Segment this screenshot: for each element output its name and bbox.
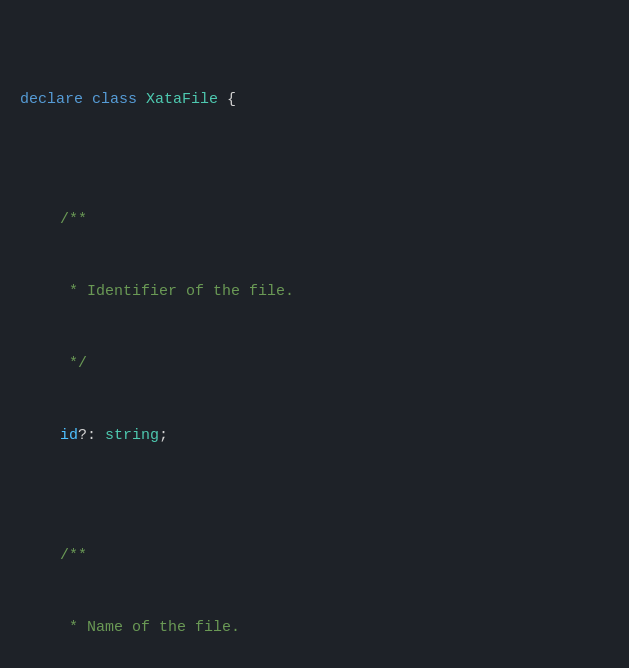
semicolon-id: ; xyxy=(159,427,168,444)
comment-name-text: * Name of the file. xyxy=(20,616,609,640)
type-id: string xyxy=(105,427,159,444)
property-id: id xyxy=(60,427,78,444)
class-keyword: class xyxy=(92,91,137,108)
declare-keyword: declare xyxy=(20,91,83,108)
comment-id-text: * Identifier of the file. xyxy=(20,280,609,304)
field-id: id?: string; xyxy=(20,424,609,448)
open-brace: { xyxy=(227,91,236,108)
class-declaration: declare class XataFile { xyxy=(20,88,609,112)
comment-id-open: /** xyxy=(20,208,609,232)
optional-id: ? xyxy=(78,427,87,444)
comment-id-close: */ xyxy=(20,352,609,376)
comment-name-open: /** xyxy=(20,544,609,568)
colon-id: : xyxy=(87,427,105,444)
class-name: XataFile xyxy=(146,91,218,108)
code-container: declare class XataFile { /** * Identifie… xyxy=(20,16,609,668)
